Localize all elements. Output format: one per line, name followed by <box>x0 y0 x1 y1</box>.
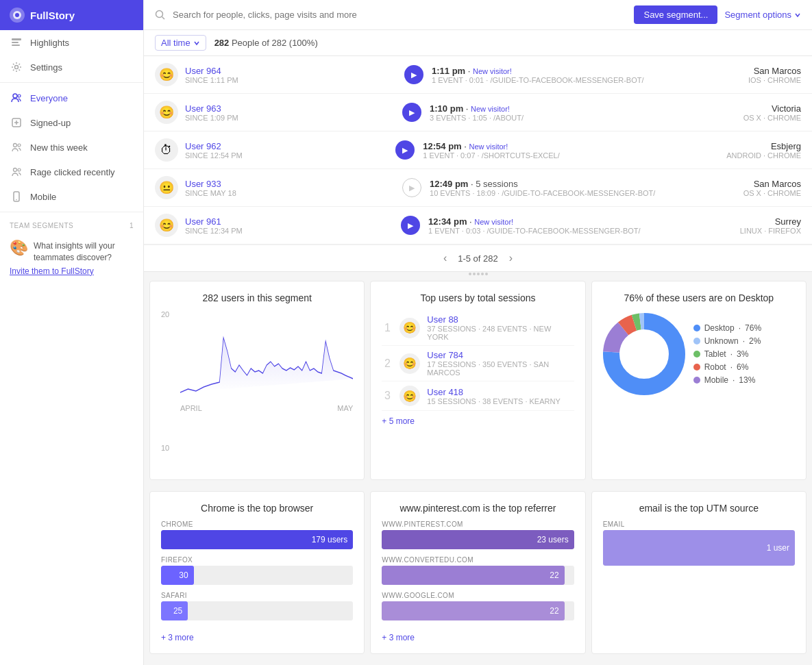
brand-icon <box>10 8 25 23</box>
session-time: 12:54 pm · New visitor! <box>423 141 726 151</box>
top-users-more-link[interactable]: + 5 more <box>382 416 574 426</box>
divider-1 <box>0 82 143 83</box>
bar-item-convertedu: WWW.CONVERTEDU.COM 22 <box>382 556 574 585</box>
user-name: User 961 <box>185 216 393 227</box>
sidebar-item-mobile[interactable]: Mobile <box>0 184 143 209</box>
mobile-icon <box>10 190 23 203</box>
location-info: Esbjerg ANDROID · CHROME <box>726 141 801 160</box>
table-row[interactable]: 😊 User 964 SINCE 1:11 PM ▶ 1:11 pm · New… <box>144 56 812 94</box>
table-row[interactable]: ⏱ User 962 SINCE 12:54 PM ▶ 12:54 pm · N… <box>144 131 812 169</box>
top-users-title: Top users by total sessions <box>382 292 574 303</box>
top-users-panel: Top users by total sessions 1 😊 User 88 … <box>370 281 585 480</box>
table-row[interactable]: 😐 User 933 SINCE MAY 18 ▶ 12:49 pm · 5 s… <box>144 169 812 207</box>
sidebar: FullStory Highlights Settings Everyone S… <box>0 0 144 665</box>
avatar: 😊 <box>399 353 420 374</box>
save-segment-button[interactable]: Save segment... <box>634 5 717 24</box>
everyone-icon <box>10 91 23 105</box>
bar-track: 25 <box>161 601 353 620</box>
sidebar-item-rage-clicked[interactable]: Rage clicked recently <box>0 160 143 184</box>
bar-fill: 22 <box>382 566 564 585</box>
table-row[interactable]: 😊 User 963 SINCE 1:09 PM ▶ 1:10 pm · New… <box>144 94 812 131</box>
bar-track: 30 <box>161 566 353 585</box>
settings-label: Settings <box>30 62 62 73</box>
highlights-label: Highlights <box>30 38 69 48</box>
rank-number: 1 <box>382 322 393 334</box>
mobile-label: Mobile <box>30 192 56 202</box>
top-user-item[interactable]: 3 😊 User 418 15 SESSIONS · 38 EVENTS · K… <box>382 381 574 411</box>
team-invite: 🎨 What insights will your teammates disc… <box>0 232 143 284</box>
chart-area: 20 10 APRIL MAY <box>161 310 353 468</box>
top-user-info: User 418 15 SESSIONS · 38 EVENTS · KEARN… <box>427 387 574 405</box>
highlights-icon <box>10 36 23 49</box>
sidebar-item-highlights[interactable]: Highlights <box>0 30 143 55</box>
location-info: Victoria OS X · CHROME <box>743 103 801 122</box>
browsers-panel: Chrome is the top browser CHROME 179 use… <box>149 491 365 654</box>
play-button[interactable]: ▶ <box>401 216 420 235</box>
pie-chart <box>603 313 685 395</box>
browsers-title: Chrome is the top browser <box>161 503 353 514</box>
top-user-item[interactable]: 2 😊 User 784 17 SESSIONS · 350 EVENTS · … <box>382 346 574 381</box>
browsers-more-link[interactable]: + 3 more <box>161 633 353 642</box>
pie-legend: Desktop · 76% Unknown · 2% Tablet · 3% <box>693 323 761 385</box>
avatar: 😊 <box>155 214 178 237</box>
table-row[interactable]: 😊 User 961 SINCE 12:34 PM ▶ 12:34 pm · N… <box>144 207 812 244</box>
svg-point-12 <box>18 168 21 171</box>
svg-point-5 <box>15 66 19 69</box>
play-button-ghost[interactable]: ▶ <box>402 178 421 197</box>
referrers-panel: www.pinterest.com is the top referrer WW… <box>370 491 585 654</box>
bar-fill: 179 users <box>161 530 353 549</box>
svg-rect-4 <box>12 45 20 46</box>
session-details: 1 EVENT · 0:07 · /SHORTCUTS-EXCEL/ <box>423 151 726 160</box>
top-user-info: User 88 37 SESSIONS · 248 EVENTS · NEW Y… <box>427 314 574 341</box>
search-input[interactable] <box>173 10 627 20</box>
bar-track: 23 users <box>382 530 574 549</box>
user-info: User 962 SINCE 12:54 PM <box>185 141 387 160</box>
prev-page-button[interactable]: ‹ <box>443 252 447 264</box>
next-page-button[interactable]: › <box>509 252 513 264</box>
user-since: SINCE MAY 18 <box>185 189 394 197</box>
session-info: 12:49 pm · 5 sessions 10 EVENTS · 18:09 … <box>430 179 743 197</box>
rage-clicked-icon <box>10 165 23 179</box>
session-time: 12:49 pm · 5 sessions <box>430 179 743 189</box>
team-invite-text: What insights will your teammates discov… <box>34 240 134 264</box>
bar-track: 22 <box>382 601 574 620</box>
everyone-label: Everyone <box>30 93 68 103</box>
session-details: 1 EVENT · 0:03 · /GUIDE-TO-FACEBOOK-MESS… <box>428 227 740 235</box>
sidebar-item-settings[interactable]: Settings <box>0 55 143 79</box>
bar-fill: 22 <box>382 601 564 620</box>
legend-item-mobile: Mobile · 13% <box>693 375 761 385</box>
search-icon <box>155 10 166 21</box>
drag-dots <box>469 273 488 275</box>
session-time: 1:11 pm · New visitor! <box>432 66 748 76</box>
referrers-more-link[interactable]: + 3 more <box>382 633 574 642</box>
filterbar: All time 282 People of 282 (100%) <box>144 30 812 56</box>
chart-x-labels: APRIL MAY <box>161 404 353 412</box>
sidebar-item-everyone[interactable]: Everyone <box>0 86 143 110</box>
top-user-item[interactable]: 1 😊 User 88 37 SESSIONS · 248 EVENTS · N… <box>382 310 574 346</box>
user-info: User 961 SINCE 12:34 PM <box>185 216 393 235</box>
svg-point-14 <box>16 199 17 201</box>
segment-options-button[interactable]: Segment options <box>724 10 801 20</box>
user-info: User 964 SINCE 1:11 PM <box>185 66 396 84</box>
bar-track: 22 <box>382 566 574 585</box>
invite-link[interactable]: Invite them to FullStory <box>10 266 134 276</box>
play-button[interactable]: ▶ <box>402 103 421 122</box>
brand-header[interactable]: FullStory <box>0 0 143 30</box>
utm-panel: email is the top UTM source EMAIL 1 user <box>591 491 807 654</box>
play-button[interactable]: ▶ <box>395 140 415 160</box>
sidebar-item-signed-up[interactable]: Signed-up <box>0 110 143 135</box>
bar-item-pinterest: WWW.PINTEREST.COM 23 users <box>382 520 574 549</box>
session-info: 1:10 pm · New visitor! 3 EVENTS · 1:05 ·… <box>430 103 743 122</box>
svg-point-6 <box>13 94 17 98</box>
bar-fill: 23 users <box>382 530 574 549</box>
user-since: SINCE 1:11 PM <box>185 76 396 84</box>
sidebar-item-new-this-week[interactable]: New this week <box>0 135 143 160</box>
rank-number: 3 <box>382 390 393 402</box>
top-user-details: 37 SESSIONS · 248 EVENTS · NEW YORK <box>427 325 574 341</box>
play-button[interactable]: ▶ <box>404 65 423 84</box>
time-filter[interactable]: All time <box>155 35 206 51</box>
top-user-details: 17 SESSIONS · 350 EVENTS · SAN MARCOS <box>427 360 574 377</box>
bar-fill: 30 <box>161 566 194 585</box>
panels-row-2: Chrome is the top browser CHROME 179 use… <box>144 486 812 660</box>
bar-item-email: EMAIL 1 user <box>603 520 795 566</box>
